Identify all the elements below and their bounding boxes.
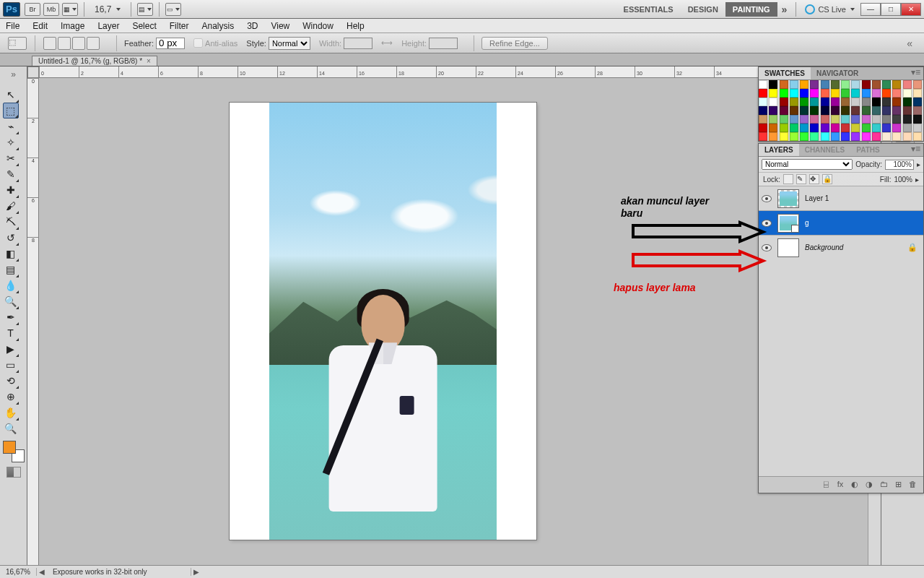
swatch[interactable] (862, 98, 871, 106)
swatch[interactable] (831, 124, 840, 132)
swatch[interactable] (769, 106, 777, 115)
swatch[interactable] (821, 106, 829, 115)
type-tool-icon[interactable]: T (3, 325, 19, 341)
document-tab[interactable]: Untitled-1 @ 16,7% (g, RGB/8) *× (32, 56, 157, 66)
swatch[interactable] (851, 124, 860, 132)
menu-help[interactable]: Help (346, 21, 365, 31)
swatch[interactable] (780, 98, 788, 106)
healing-brush-tool-icon[interactable]: ✚ (3, 182, 19, 198)
swatch[interactable] (810, 124, 819, 132)
swatch[interactable] (892, 98, 901, 106)
minimize-button[interactable]: — (860, 3, 881, 16)
visibility-toggle[interactable] (759, 195, 775, 202)
gradient-tool-icon[interactable]: ▤ (3, 262, 19, 277)
swatch[interactable] (841, 106, 850, 115)
menu-image[interactable]: Image (61, 21, 84, 31)
lock-transparency-icon[interactable] (783, 174, 793, 184)
swatch[interactable] (790, 124, 798, 132)
menu-view[interactable]: View (271, 21, 289, 31)
swatch[interactable] (862, 115, 871, 124)
layer-name[interactable]: g (805, 219, 809, 227)
new-layer-icon[interactable]: ⊞ (892, 480, 905, 490)
cslive-button[interactable]: CS Live (805, 4, 855, 14)
vertical-ruler[interactable]: 02468 (27, 78, 39, 565)
zoom-level[interactable]: 16,7 (95, 4, 121, 14)
panel-menu-icon[interactable]: ▾≡ (908, 144, 923, 156)
swatch[interactable] (780, 124, 788, 132)
link-layers-icon[interactable]: ⌸ (819, 480, 832, 490)
clone-stamp-tool-icon[interactable]: ⛏ (3, 214, 19, 230)
minibridge-icon[interactable]: Mb (43, 3, 59, 16)
menu-edit[interactable]: Edit (32, 21, 48, 31)
menu-3d[interactable]: 3D (247, 21, 258, 31)
swatch[interactable] (780, 132, 788, 141)
swatch[interactable] (862, 124, 871, 132)
swatch[interactable] (851, 89, 860, 98)
swatch[interactable] (831, 132, 840, 141)
adjustment-layer-icon[interactable]: ◑ (863, 480, 876, 490)
3d-tool-icon[interactable]: ⟲ (3, 373, 19, 389)
swatch[interactable] (892, 80, 901, 89)
swatches-tab[interactable]: SWATCHES (759, 67, 811, 79)
eraser-tool-icon[interactable]: ◧ (3, 246, 19, 262)
layer-thumbnail[interactable] (777, 189, 799, 208)
arrange-docs-icon[interactable]: ▤ (137, 3, 153, 16)
menu-layer[interactable]: Layer (97, 21, 119, 31)
swatch[interactable] (882, 106, 891, 115)
swatch[interactable] (862, 80, 871, 89)
swatch[interactable] (892, 132, 901, 141)
layer-name[interactable]: Layer 1 (805, 194, 829, 202)
swatch[interactable] (831, 80, 840, 89)
swatch[interactable] (841, 89, 850, 98)
swatch[interactable] (790, 80, 798, 89)
layer-style-icon[interactable]: fx (834, 480, 847, 490)
swatch[interactable] (892, 106, 901, 115)
color-picker[interactable] (3, 441, 25, 462)
swatch[interactable] (872, 80, 881, 89)
swatch[interactable] (821, 115, 829, 124)
layer-name[interactable]: Background (805, 243, 843, 251)
swatch[interactable] (831, 89, 840, 98)
blur-tool-icon[interactable]: 💧 (3, 277, 19, 293)
foreground-color[interactable] (3, 441, 16, 454)
swatch[interactable] (810, 106, 819, 115)
status-zoom[interactable]: 16,67% (0, 568, 37, 576)
swatch[interactable] (780, 89, 788, 98)
swatch[interactable] (821, 89, 829, 98)
status-prev-icon[interactable]: ◀ (37, 568, 47, 576)
swatch[interactable] (913, 89, 922, 98)
swatch[interactable] (903, 98, 912, 106)
swatch[interactable] (790, 106, 798, 115)
swatch[interactable] (903, 115, 912, 124)
swatch[interactable] (790, 115, 798, 124)
lasso-tool-icon[interactable]: ⌁ (3, 118, 19, 134)
view-extras-icon[interactable]: ▦ (62, 3, 78, 16)
bridge-icon[interactable]: Br (25, 3, 40, 16)
workspace-design[interactable]: DESIGN (681, 2, 725, 17)
swatch[interactable] (769, 124, 777, 132)
eyedropper-tool-icon[interactable]: ✎ (3, 166, 19, 182)
swatch[interactable] (913, 124, 922, 132)
shape-tool-icon[interactable]: ▭ (3, 357, 19, 373)
maximize-button[interactable]: □ (881, 3, 901, 16)
swatch[interactable] (769, 132, 777, 141)
layers-tab[interactable]: LAYERS (759, 144, 799, 156)
lock-all-icon[interactable]: 🔒 (822, 174, 832, 184)
layer-row[interactable]: Layer 1 (759, 186, 923, 210)
swatch[interactable] (769, 80, 777, 89)
opacity-input[interactable]: 100% (885, 160, 914, 170)
layer-group-icon[interactable]: 🗀 (877, 480, 890, 490)
add-selection-icon[interactable] (58, 37, 71, 50)
swatch[interactable] (821, 132, 829, 141)
move-tool-icon[interactable]: ↖ (3, 87, 19, 103)
swatch[interactable] (810, 115, 819, 124)
horizontal-ruler[interactable]: 0246810121416182022242628303234 (39, 66, 868, 78)
swatch[interactable] (790, 132, 798, 141)
swatch[interactable] (821, 124, 829, 132)
feather-input[interactable] (156, 38, 185, 49)
swatch[interactable] (780, 80, 788, 89)
swatch[interactable] (769, 98, 777, 106)
swatch-grid[interactable] (759, 80, 923, 141)
layer-row[interactable]: Background 🔒 (759, 235, 923, 259)
marquee-tool-preset-icon[interactable]: ⬚ (8, 37, 27, 50)
